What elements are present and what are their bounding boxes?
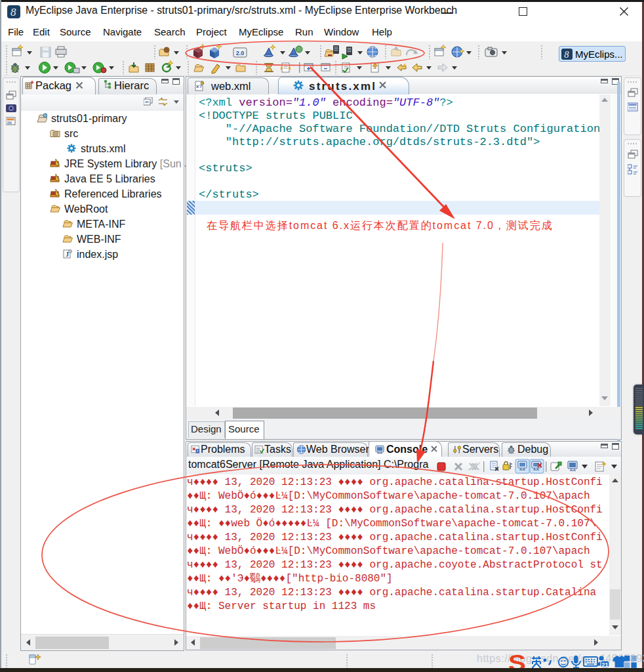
svg-text:8: 8: [564, 49, 569, 60]
svg-text:8: 8: [10, 6, 16, 18]
svg-text:21: 21: [602, 662, 609, 668]
